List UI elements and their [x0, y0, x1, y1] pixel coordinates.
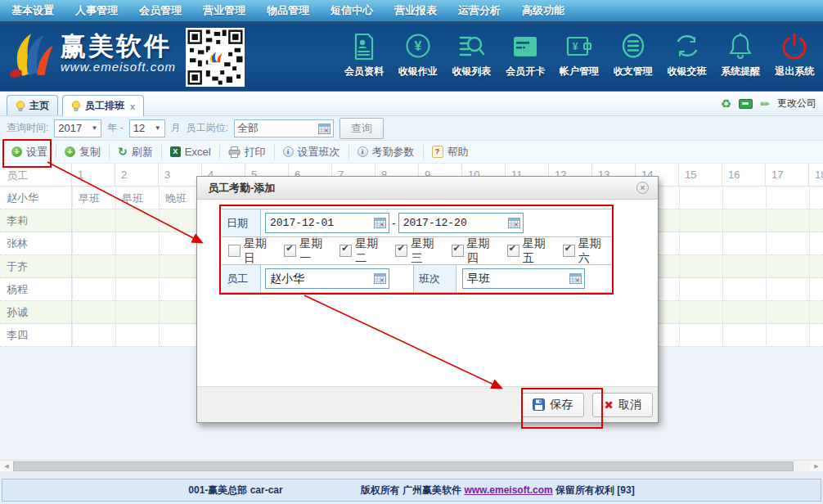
toolbar-label: 刷新 [132, 145, 153, 160]
date-to-field[interactable]: 2017-12-20 [398, 213, 524, 233]
income-expense-button[interactable]: 收支管理 [606, 29, 660, 89]
position-label: 员工岗位: [187, 121, 228, 135]
checkbox-monday[interactable] [284, 245, 296, 257]
print-button[interactable]: 打印 [220, 145, 275, 160]
cancel-button[interactable]: ✖ 取消 [592, 393, 653, 417]
checkbox-friday[interactable] [507, 245, 519, 257]
refresh-button[interactable]: ↻ 刷新 [110, 145, 162, 160]
weekday-option: 星期五 [507, 236, 555, 266]
exit-system-button[interactable]: 退出系统 [767, 29, 821, 89]
picker-calendar-icon[interactable] [508, 217, 520, 229]
checkbox-sunday[interactable] [228, 245, 241, 257]
checkbox-saturday[interactable] [563, 245, 575, 257]
menu-item-sms[interactable]: 短信中心 [331, 3, 373, 18]
employee-value: 赵小华 [270, 272, 304, 286]
picker-calendar-icon[interactable] [569, 272, 582, 285]
checkbox-wednesday[interactable] [395, 245, 407, 257]
save-button[interactable]: 保存 [521, 393, 584, 417]
scroll-right-button[interactable]: ▶ [810, 461, 823, 471]
weekday-option: 星期四 [452, 236, 500, 266]
date-from-field[interactable]: 2017-12-01 [265, 213, 389, 233]
day-header-cell: 2 [115, 164, 159, 187]
footer-link[interactable]: www.emeisoft.com [464, 484, 552, 496]
shift-value: 早班 [467, 272, 490, 286]
tab-employee-schedule[interactable]: 员工排班 x [62, 95, 144, 116]
account-mgmt-button[interactable]: ¥ 帐户管理 [552, 29, 606, 89]
refresh-icon: ↻ [118, 146, 128, 157]
copy-button[interactable]: + 复制 [56, 145, 110, 160]
menu-item-basic-settings[interactable]: 基本设置 [11, 3, 54, 18]
help-button[interactable]: ? 帮助 [424, 145, 477, 160]
status-footer: 001-赢美总部 car-car 版权所有 广州赢美软件 www.emeisof… [2, 479, 821, 502]
weekday-label: 星期六 [578, 236, 611, 266]
dialog-close-icon[interactable]: × [636, 182, 649, 194]
shift-change-button[interactable]: 收银交班 [660, 29, 714, 89]
tab-home[interactable]: 主页 [7, 95, 58, 115]
svg-text:¥: ¥ [573, 41, 578, 52]
change-company-button[interactable]: 更改公司 [777, 97, 816, 110]
year-value: 2017 [58, 122, 82, 134]
excel-export-button[interactable]: X Excel [162, 145, 220, 160]
brand-text: 赢美软件 www.emeisoft.com [61, 34, 176, 74]
menu-item-business[interactable]: 营业管理 [203, 3, 245, 18]
brand-name: 赢美软件 [61, 34, 176, 60]
cashier-work-button[interactable]: ¥ 收银作业 [391, 29, 445, 89]
checkbox-tuesday[interactable] [340, 245, 352, 257]
system-remind-button[interactable]: 系统提醒 [713, 29, 767, 89]
position-field[interactable]: 全部 [234, 119, 334, 137]
action-toolbar: + 设置 + 复制 ↻ 刷新 X Excel 打印 i 设置班次 [0, 141, 823, 164]
menu-item-goods[interactable]: 物品管理 [267, 3, 309, 18]
header-icon-strip: 会员资料 ¥ 收银作业 收银列表 [337, 29, 821, 89]
query-button[interactable]: 查询 [340, 118, 384, 139]
weekday-label: 星期四 [467, 236, 500, 266]
scroll-left-button[interactable]: ◀ [0, 461, 13, 471]
horizontal-scrollbar[interactable]: ◀ ▶ [0, 460, 823, 471]
app-header: 赢美软件 www.emeisoft.com [0, 25, 823, 92]
dialog-footer: 保存 ✖ 取消 [197, 386, 658, 422]
year-select[interactable]: 2017▼ [54, 119, 101, 137]
day-header-cell: 15 [679, 164, 722, 187]
date-range-row: 日期 2017-12-01 - 2017-12-20 [222, 209, 611, 237]
lightbulb-icon [71, 101, 81, 111]
employee-field[interactable]: 赵小华 [265, 268, 389, 289]
toolbar-label: 设置班次 [298, 145, 340, 160]
menu-item-advanced[interactable]: 高级功能 [522, 3, 564, 18]
shift-cell-value: 晚班 [165, 191, 187, 206]
tab-close-icon[interactable]: x [130, 101, 135, 111]
header-icon-label: 会员开卡 [506, 65, 545, 79]
refresh-icon[interactable]: ♻ [721, 97, 731, 110]
cashier-list-button[interactable]: 收银列表 [445, 29, 499, 89]
month-unit-label: 月 [171, 121, 181, 135]
settings-button[interactable]: + 设置 [3, 145, 56, 160]
weekday-label: 星期一 [299, 236, 332, 266]
attendance-params-button[interactable]: i 考勤参数 [349, 145, 424, 160]
footer-zone: 001-赢美总部 car-car 版权所有 广州赢美软件 www.emeisof… [0, 471, 823, 504]
menu-item-reports[interactable]: 营业报表 [394, 3, 437, 18]
menu-item-members[interactable]: 会员管理 [139, 3, 182, 18]
day-header-cell: 1 [72, 164, 115, 187]
picker-calendar-icon[interactable] [374, 272, 386, 285]
shift-field[interactable]: 早班 [462, 268, 585, 289]
cashier-work-icon: ¥ [403, 30, 434, 63]
set-shift-button[interactable]: i 设置班次 [275, 145, 349, 160]
checkbox-thursday[interactable] [452, 245, 464, 257]
scrollbar-thumb[interactable] [13, 461, 794, 471]
member-profile-button[interactable]: 会员资料 [337, 29, 391, 89]
menu-item-hr[interactable]: 人事管理 [75, 3, 118, 18]
day-header-cell: 16 [722, 164, 766, 187]
picker-calendar-icon [318, 123, 331, 135]
position-value: 全部 [237, 121, 259, 136]
weekday-label: 星期三 [411, 236, 443, 266]
menu-item-analysis[interactable]: 运营分析 [458, 3, 501, 18]
help-icon: ? [432, 146, 443, 158]
info-icon: i [358, 146, 368, 157]
date-separator: - [392, 217, 396, 230]
date-label: 日期 [222, 209, 261, 236]
picker-calendar-icon[interactable] [374, 217, 386, 229]
member-card-button[interactable]: 会员开卡 [498, 29, 552, 89]
screen-icon[interactable] [739, 99, 753, 109]
shift-cell-value: 早班 [79, 191, 100, 206]
month-select[interactable]: 12▼ [129, 119, 165, 137]
plus-circle-icon: + [65, 146, 75, 157]
edit-pencil-icon[interactable]: ✏ [760, 97, 770, 110]
